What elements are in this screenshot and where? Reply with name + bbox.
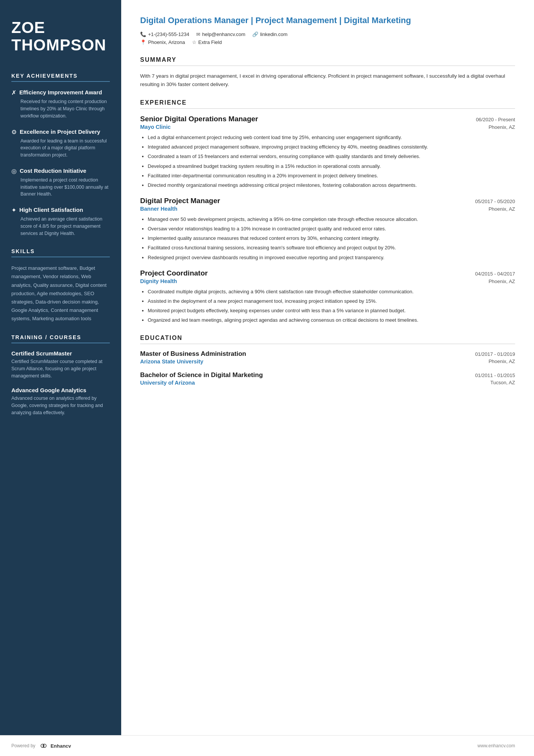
job-2-bullet-5: Redesigned project overview dashboards r… bbox=[148, 254, 515, 261]
linkedin-icon: 🔗 bbox=[252, 31, 258, 37]
training-2: Advanced Google Analytics Advanced cours… bbox=[11, 387, 110, 416]
job-3-company: Dignity Health bbox=[140, 278, 177, 284]
contact-row-2: 📍 Phoenix, Arizona ☆ Extra Field bbox=[140, 39, 515, 45]
achievement-4: ✦ High Client Satisfaction Achieved an a… bbox=[11, 206, 110, 237]
job-3-location: Phoenix, AZ bbox=[489, 279, 515, 284]
job-2-bullet-1: Managed over 50 web development projects… bbox=[148, 216, 515, 223]
name-line2: THOMPSON bbox=[11, 36, 106, 54]
achievement-1-title: Efficiency Improvement Award bbox=[19, 89, 102, 96]
job-1-bullet-4: Developed a streamlined budget tracking … bbox=[148, 163, 515, 170]
edu-1-degree: Master of Business Administration bbox=[140, 350, 246, 358]
job-1-company-row: Mayo Clinic Phoenix, AZ bbox=[140, 124, 515, 130]
job-2-company: Banner Health bbox=[140, 206, 177, 212]
training-2-title: Advanced Google Analytics bbox=[11, 387, 110, 393]
name-line1: ZOE bbox=[11, 19, 45, 36]
location-text: Phoenix, Arizona bbox=[148, 39, 185, 45]
candidate-name: ZOE THOMPSON bbox=[11, 19, 110, 54]
summary-content: With 7 years in digital project manageme… bbox=[140, 72, 515, 89]
job-3-bullets: Coordinated multiple digital projects, a… bbox=[140, 288, 515, 324]
footer: Powered by Enhancv www.enhancv.com bbox=[0, 735, 534, 756]
job-2-bullets: Managed over 50 web development projects… bbox=[140, 216, 515, 261]
achievement-3-icon: ◎ bbox=[11, 167, 17, 175]
achievement-3: ◎ Cost Reduction Initiative Implemented … bbox=[11, 167, 110, 198]
edu-2-dates: 01/2011 - 01/2015 bbox=[475, 373, 515, 378]
brand-name: Enhancv bbox=[50, 743, 71, 749]
training-1: Certified ScrumMaster Certified ScrumMas… bbox=[11, 350, 110, 379]
edu-1-location: Phoenix, AZ bbox=[489, 358, 515, 365]
job-1-bullet-2: Integrated advanced project management s… bbox=[148, 143, 515, 151]
achievement-2-icon: ⚙ bbox=[11, 128, 17, 136]
achievement-4-desc: Achieved an average client satisfaction … bbox=[11, 216, 110, 237]
star-icon: ☆ bbox=[192, 39, 197, 45]
phone-icon: 📞 bbox=[140, 31, 146, 37]
job-3-bullet-1: Coordinated multiple digital projects, a… bbox=[148, 288, 515, 296]
skills-section-title: SKILLS bbox=[11, 248, 110, 257]
enhancv-logo: Enhancv bbox=[38, 743, 71, 749]
job-2: Digital Project Manager 05/2017 - 05/202… bbox=[140, 197, 515, 261]
sidebar: ZOE THOMPSON KEY ACHIEVEMENTS ✗ Efficien… bbox=[0, 0, 121, 735]
contact-location: 📍 Phoenix, Arizona bbox=[140, 39, 185, 45]
job-3-bullet-4: Organized and led team meetings, alignin… bbox=[148, 316, 515, 324]
job-1-title: Senior Digital Operations Manager bbox=[140, 115, 258, 123]
training-section-title: TRAINING / COURSES bbox=[11, 334, 110, 343]
edu-2-location: Tucson, AZ bbox=[490, 380, 515, 386]
job-3-dates: 04/2015 - 04/2017 bbox=[475, 271, 515, 277]
location-icon: 📍 bbox=[140, 39, 146, 45]
summary-section-title: SUMMARY bbox=[140, 56, 515, 66]
achievements-section-title: KEY ACHIEVEMENTS bbox=[11, 73, 110, 82]
contact-linkedin: 🔗 linkedin.com bbox=[252, 31, 287, 37]
job-2-dates: 05/2017 - 05/2020 bbox=[475, 199, 515, 204]
job-3: Project Coordinator 04/2015 - 04/2017 Di… bbox=[140, 269, 515, 324]
achievement-2-title: Excellence in Project Delivery bbox=[20, 128, 100, 136]
powered-by-text: Powered by bbox=[11, 743, 35, 748]
achievement-1: ✗ Efficiency Improvement Award Received … bbox=[11, 89, 110, 119]
achievement-2: ⚙ Excellence in Project Delivery Awarded… bbox=[11, 128, 110, 159]
achievement-1-desc: Received for reducing content production… bbox=[11, 98, 110, 119]
edu-1: Master of Business Administration 01/201… bbox=[140, 350, 515, 365]
job-1: Senior Digital Operations Manager 06/202… bbox=[140, 115, 515, 189]
footer-website: www.enhancv.com bbox=[478, 743, 515, 748]
job-3-title: Project Coordinator bbox=[140, 269, 208, 277]
job-title-header: Digital Operations Manager | Project Man… bbox=[140, 15, 515, 26]
extra-text: Extra Field bbox=[198, 39, 222, 45]
job-3-header: Project Coordinator 04/2015 - 04/2017 bbox=[140, 269, 515, 277]
contact-email: ✉ help@enhancv.com bbox=[196, 31, 245, 37]
edu-1-school: Arizona State University bbox=[140, 358, 203, 365]
edu-2: Bachelor of Science in Digital Marketing… bbox=[140, 371, 515, 386]
contact-row-1: 📞 +1-(234)-555-1234 ✉ help@enhancv.com 🔗… bbox=[140, 31, 515, 37]
footer-left: Powered by Enhancv bbox=[11, 743, 71, 749]
email-icon: ✉ bbox=[196, 31, 200, 37]
training-1-desc: Certified ScrumMaster course completed a… bbox=[11, 358, 110, 379]
job-2-bullet-4: Facilitated cross-functional training se… bbox=[148, 244, 515, 252]
job-2-bullet-3: Implemented quality assurance measures t… bbox=[148, 235, 515, 242]
job-2-company-row: Banner Health Phoenix, AZ bbox=[140, 206, 515, 212]
job-2-header: Digital Project Manager 05/2017 - 05/202… bbox=[140, 197, 515, 205]
job-1-bullet-1: Led a digital enhancement project reduci… bbox=[148, 134, 515, 141]
achievement-4-title: High Client Satisfaction bbox=[19, 206, 83, 214]
edu-2-school: University of Arizona bbox=[140, 380, 195, 386]
job-1-bullet-3: Coordinated a team of 15 freelancers and… bbox=[148, 153, 515, 160]
job-1-header: Senior Digital Operations Manager 06/202… bbox=[140, 115, 515, 123]
achievement-2-desc: Awarded for leading a team in successful… bbox=[11, 138, 110, 159]
edu-2-school-row: University of Arizona Tucson, AZ bbox=[140, 380, 515, 386]
contact-extra: ☆ Extra Field bbox=[192, 39, 222, 45]
edu-2-header: Bachelor of Science in Digital Marketing… bbox=[140, 371, 515, 379]
job-2-title: Digital Project Manager bbox=[140, 197, 220, 205]
job-1-bullet-5: Facilitated inter-departmental communica… bbox=[148, 172, 515, 180]
achievement-3-title: Cost Reduction Initiative bbox=[20, 167, 86, 175]
edu-2-degree: Bachelor of Science in Digital Marketing bbox=[140, 371, 263, 379]
job-1-location: Phoenix, AZ bbox=[489, 124, 515, 130]
job-2-location: Phoenix, AZ bbox=[489, 206, 515, 212]
job-3-bullet-2: Assisted in the deployment of a new proj… bbox=[148, 297, 515, 305]
achievement-1-icon: ✗ bbox=[11, 89, 16, 96]
main-content: Digital Operations Manager | Project Man… bbox=[121, 0, 534, 735]
job-1-dates: 06/2020 - Present bbox=[476, 117, 515, 122]
education-section-title: EDUCATION bbox=[140, 335, 515, 344]
contact-phone: 📞 +1-(234)-555-1234 bbox=[140, 31, 189, 37]
training-2-desc: Advanced course on analytics offered by … bbox=[11, 395, 110, 416]
job-2-bullet-2: Oversaw vendor relationships leading to … bbox=[148, 225, 515, 233]
job-1-bullet-6: Directed monthly organizational meetings… bbox=[148, 182, 515, 189]
linkedin-text: linkedin.com bbox=[260, 31, 287, 37]
job-3-bullet-3: Monitored project budgets effectively, k… bbox=[148, 307, 515, 315]
training-1-title: Certified ScrumMaster bbox=[11, 350, 110, 357]
